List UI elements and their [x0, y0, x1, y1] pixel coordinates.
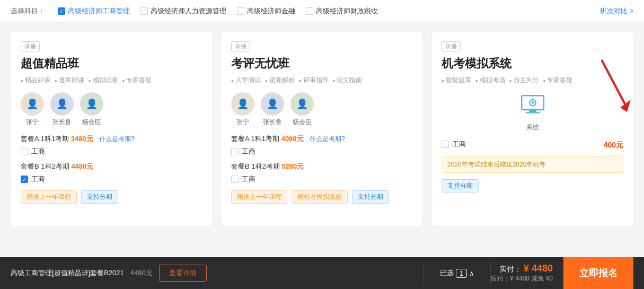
- checkbox-a-1[interactable]: [21, 148, 28, 155]
- teacher-1-3: 👤 杨会臣: [80, 92, 103, 127]
- card3-tags: 支持分期: [442, 179, 623, 192]
- subject-list: 高级经济师工商管理 高级经济师人力资源管理 高级经济师金融 高级经济师财政税收: [58, 6, 587, 16]
- subject-selector: 选择科目： 高级经济师工商管理 高级经济师人力资源管理 高级经济师金融 高级经济…: [0, 0, 644, 23]
- feature-3-1: 智能题库: [442, 76, 471, 85]
- pkg-b-item-label: 工商: [31, 174, 45, 184]
- card2-tags: 赠送上一年课程 赠机考模拟系统 支持分期: [231, 190, 413, 204]
- card-premium: 录播 超值精品班 精品好课 逐章精讲 模拟试卷 专家答疑 👤 张宁 👤 张长鲁 …: [11, 31, 213, 226]
- teacher-1-2: 👤 张长鲁: [50, 92, 74, 127]
- pkg-b-label: 套餐B 1科2考期: [21, 162, 69, 170]
- teacher-2-1: 👤 张宁: [231, 92, 254, 127]
- compare-link[interactable]: 班次对比 >: [600, 6, 633, 16]
- card1-features: 精品好课 逐章精讲 模拟试卷 专家答疑: [21, 76, 202, 85]
- card3-package-single: 工商 400元: [442, 139, 623, 151]
- teacher-name-1-3: 杨会臣: [82, 118, 101, 127]
- checkbox2-b-1[interactable]: [231, 176, 239, 183]
- teacher-name-1-2: 张长鲁: [52, 118, 72, 127]
- card1-tag: 录播: [21, 41, 40, 51]
- card3-tag: 录播: [442, 41, 461, 51]
- pkg-b-price: 4480元: [71, 162, 93, 170]
- subject-name-4: 高级经济师财政税收: [316, 6, 378, 16]
- avatar2-zn: 👤: [231, 92, 254, 116]
- avatar-zcl: 👤: [50, 92, 74, 116]
- pkg2-a-item-1[interactable]: 工商: [231, 147, 413, 156]
- avatar-zn: 👤: [21, 92, 44, 116]
- pkg-a-title: 套餐A 1科1考期 3480元 什么是考期?: [21, 134, 202, 144]
- pkg2-a-what[interactable]: 什么是考期?: [310, 135, 345, 143]
- pkg3-price: 400元: [604, 141, 623, 150]
- pkg-b-title: 套餐B 1科2考期 4480元: [21, 162, 202, 171]
- card1-package-b: 套餐B 1科2考期 4480元 工商: [21, 162, 202, 184]
- checkbox-s4[interactable]: [306, 7, 313, 15]
- teacher-name-2-3: 杨会臣: [293, 118, 312, 127]
- tag-2-1: 赠送上一年课程: [231, 190, 287, 204]
- subject-item-3[interactable]: 高级经济师金融: [237, 6, 295, 16]
- avatar-yhc: 👤: [80, 92, 103, 116]
- feature-1-2: 逐章精讲: [55, 76, 84, 85]
- feature-3-4: 专家答疑: [543, 76, 573, 85]
- checkbox-s1[interactable]: [58, 7, 65, 15]
- pkg2-b-item-1[interactable]: 工商: [231, 174, 413, 184]
- pkg-a-what[interactable]: 什么是考期?: [99, 135, 135, 143]
- checkbox-s2[interactable]: [140, 7, 148, 15]
- pkg-a-label: 套餐A 1科1考期: [21, 135, 69, 143]
- card1-tags: 赠送上一年课程 支持分期: [21, 190, 202, 204]
- pkg3-item-label: 工商: [452, 139, 466, 149]
- feature-1-4: 专家答疑: [122, 76, 152, 85]
- feature-2-3: 评审指导: [299, 76, 329, 85]
- system-label: 系统: [442, 123, 623, 132]
- pkg-a-item-1[interactable]: 工商: [21, 147, 202, 156]
- feature-2-1: 入学测试: [231, 76, 261, 85]
- teacher-2-2: 👤 张长鲁: [261, 92, 284, 127]
- avatar2-yhc: 👤: [290, 92, 314, 116]
- pkg2-a-item-label: 工商: [242, 147, 255, 156]
- subject-item-2[interactable]: 高级经济师人力资源管理: [140, 6, 226, 16]
- feature-2-2: 密卷解析: [265, 76, 295, 85]
- card2-features: 入学测试 密卷解析 评审指导 论文指南: [231, 76, 413, 85]
- teacher-1-1: 👤 张宁: [21, 92, 44, 127]
- pkg2-b-title: 套餐B 1科2考期 5280元: [231, 162, 413, 171]
- svg-rect-2: [525, 112, 540, 113]
- checkbox-s3[interactable]: [237, 7, 244, 15]
- subject-item-1[interactable]: 高级经济师工商管理: [58, 6, 130, 16]
- svg-rect-1: [529, 110, 536, 112]
- tag-1-1: 赠送上一年课程: [21, 190, 77, 204]
- card1-title: 超值精品班: [21, 56, 202, 72]
- pkg2-b-label: 套餐B 1科2考期: [231, 162, 280, 170]
- pkg2-b-price: 5280元: [281, 162, 304, 170]
- notice-text: 2020年考试结束后赠送2020年机考: [447, 161, 545, 168]
- pkg3-item-row[interactable]: 工商: [442, 139, 604, 149]
- pkg2-a-price: 4080元: [281, 135, 304, 143]
- avatar2-zcl: 👤: [261, 92, 284, 116]
- card2-title: 考评无忧班: [231, 56, 413, 72]
- feature-1-3: 模拟试卷: [89, 76, 118, 85]
- teacher-2-3: 👤 杨会臣: [290, 92, 314, 127]
- card2-teachers: 👤 张宁 👤 张长鲁 👤 杨会臣: [231, 92, 413, 127]
- teacher-name-2-1: 张宁: [236, 118, 249, 127]
- pkg2-a-label: 套餐A 1科1考期: [231, 135, 279, 143]
- subject-name-2: 高级经济师人力资源管理: [151, 6, 226, 16]
- checkbox2-a-1[interactable]: [231, 148, 239, 155]
- card-kaoping: 录播 考评无忧班 入学测试 密卷解析 评审指导 论文指南 👤 张宁 👤 张长鲁 …: [221, 31, 423, 226]
- tag-1-2: 支持分期: [81, 190, 118, 204]
- pkg-a-item-label: 工商: [31, 147, 45, 156]
- teacher-name-1-1: 张宁: [26, 118, 39, 127]
- card1-package-a: 套餐A 1科1考期 3480元 什么是考期? 工商: [21, 134, 202, 156]
- subject-name-1: 高级经济师工商管理: [68, 6, 130, 16]
- pkg2-a-title: 套餐A 1科1考期 4080元 什么是考期?: [231, 134, 413, 144]
- tag-2-3: 支持分期: [352, 190, 389, 204]
- checkbox3-single[interactable]: [442, 141, 449, 148]
- pkg-b-item-1[interactable]: 工商: [21, 174, 202, 184]
- cards-area: 录播 超值精品班 精品好课 逐章精讲 模拟试卷 专家答疑 👤 张宁 👤 张长鲁 …: [0, 23, 644, 235]
- feature-3-2: 模拟考场: [475, 76, 505, 85]
- subject-name-3: 高级经济师金融: [247, 6, 295, 16]
- svg-marker-4: [532, 101, 535, 104]
- card3-features: 智能题库 模拟考场 自主判分 专家答疑: [442, 76, 623, 85]
- card1-teachers: 👤 张宁 👤 张长鲁 👤 杨会臣: [21, 92, 202, 127]
- card3-notice: 2020年考试结束后赠送2020年机考: [442, 156, 623, 173]
- pkg2-b-item-label: 工商: [242, 174, 255, 184]
- checkbox-b-1-checked[interactable]: [21, 176, 28, 183]
- feature-3-3: 自主判分: [509, 76, 539, 85]
- price-row-single: 工商 400元: [442, 139, 623, 151]
- subject-item-4[interactable]: 高级经济师财政税收: [306, 6, 378, 16]
